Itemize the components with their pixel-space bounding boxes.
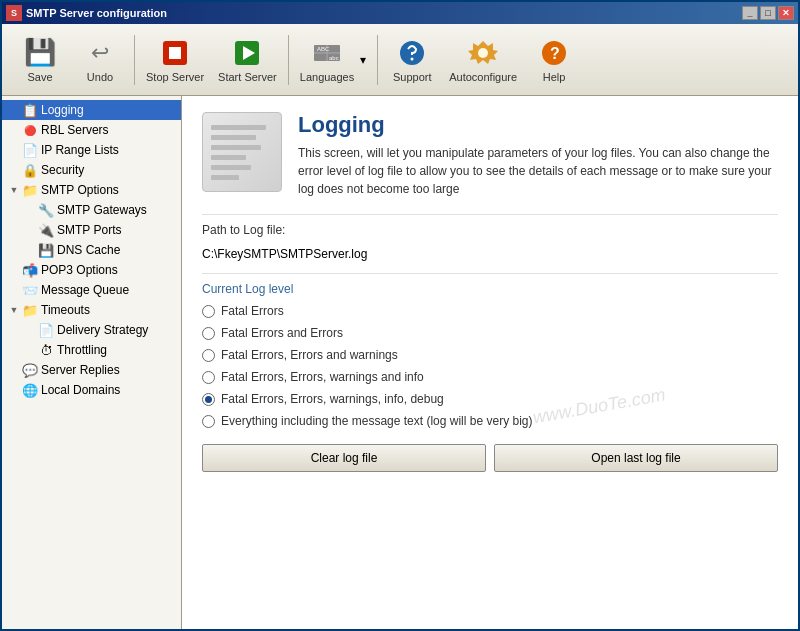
sidebar-item-delivery-strategy[interactable]: 📄 Delivery Strategy [2,320,181,340]
sidebar-delivery-label: Delivery Strategy [57,323,148,337]
radio-everything-circle [202,415,215,428]
svg-rect-1 [169,47,181,59]
delivery-expander [22,322,38,338]
sidebar-item-smtp-gateways[interactable]: 🔧 SMTP Gateways [2,200,181,220]
open-log-button[interactable]: Open last log file [494,444,778,472]
sidebar-throttling-label: Throttling [57,343,107,357]
languages-button[interactable]: ABC abc Languages [293,29,361,91]
action-buttons-row: Clear log file Open last log file [202,444,778,472]
path-row: Path to Log file: [202,214,778,237]
logging-expander [6,102,22,118]
radio-fatal-errors[interactable]: Fatal Errors and Errors [202,326,778,340]
sidebar-item-ip-range[interactable]: 📄 IP Range Lists [2,140,181,160]
sidebar-ports-label: SMTP Ports [57,223,121,237]
sidebar-item-pop3[interactable]: 📬 POP3 Options [2,260,181,280]
sidebar-domains-label: Local Domains [41,383,120,397]
window-controls: _ □ ✕ [742,6,794,20]
save-label: Save [27,71,52,83]
sidebar-item-smtp-options[interactable]: ▼ 📁 SMTP Options [2,180,181,200]
sidebar-item-throttling[interactable]: ⏱ Throttling [2,340,181,360]
undo-button[interactable]: ↩ Undo [70,29,130,91]
radio-group: Fatal Errors Fatal Errors and Errors Fat… [202,304,778,428]
sidebar-dns-label: DNS Cache [57,243,120,257]
log-line-3 [211,145,261,150]
log-level-label: Current Log level [202,282,293,296]
sidebar-ip-label: IP Range Lists [41,143,119,157]
sidebar-item-local-domains[interactable]: 🌐 Local Domains [2,380,181,400]
log-line-2 [211,135,256,140]
main-layout: 📋 Logging 🔴 RBL Servers 📄 IP Range Lists… [2,96,798,631]
pop3-icon: 📬 [22,262,38,278]
stop-server-label: Stop Server [146,71,204,83]
svg-text:?: ? [550,45,560,62]
log-line-4 [211,155,246,160]
minimize-button[interactable]: _ [742,6,758,20]
dns-icon: 💾 [38,242,54,258]
page-title: Logging [298,112,778,138]
gateways-expander [22,202,38,218]
start-server-icon [231,37,263,69]
security-expander [6,162,22,178]
radio-fatal-warnings-label: Fatal Errors, Errors and warnings [221,348,398,362]
logging-icon: 📋 [22,102,38,118]
languages-icon: ABC abc [311,37,343,69]
toolbar-separator-1 [134,35,135,85]
sidebar: 📋 Logging 🔴 RBL Servers 📄 IP Range Lists… [2,96,182,631]
sidebar-item-security[interactable]: 🔒 Security [2,160,181,180]
path-label: Path to Log file: [202,223,285,237]
radio-fatal-debug-circle [202,393,215,406]
svg-text:abc: abc [329,55,339,61]
radio-fatal[interactable]: Fatal Errors [202,304,778,318]
sidebar-item-message-queue[interactable]: 📨 Message Queue [2,280,181,300]
sidebar-replies-label: Server Replies [41,363,120,377]
sidebar-item-server-replies[interactable]: 💬 Server Replies [2,360,181,380]
log-line-5 [211,165,251,170]
undo-icon: ↩ [84,37,116,69]
languages-dropdown-button[interactable]: ▾ [357,29,369,91]
support-button[interactable]: Support [382,29,442,91]
autoconfigure-icon [467,37,499,69]
radio-everything[interactable]: Everything including the message text (l… [202,414,778,428]
sidebar-item-timeouts[interactable]: ▼ 📁 Timeouts [2,300,181,320]
undo-label: Undo [87,71,113,83]
title-bar: S SMTP Server configuration _ □ ✕ [2,2,798,24]
queue-expander [6,282,22,298]
timeouts-expander: ▼ [6,302,22,318]
maximize-button[interactable]: □ [760,6,776,20]
sidebar-item-logging[interactable]: 📋 Logging [2,100,181,120]
domains-icon: 🌐 [22,382,38,398]
help-button[interactable]: ? Help [524,29,584,91]
svg-point-10 [411,57,414,60]
clear-log-button[interactable]: Clear log file [202,444,486,472]
support-icon [396,37,428,69]
app-icon: S [6,5,22,21]
close-button[interactable]: ✕ [778,6,794,20]
radio-fatal-warnings[interactable]: Fatal Errors, Errors and warnings [202,348,778,362]
stop-server-button[interactable]: Stop Server [139,29,211,91]
pop3-expander [6,262,22,278]
log-line-6 [211,175,239,180]
content-title-block: Logging This screen, will let you manipu… [298,112,778,198]
help-label: Help [543,71,566,83]
sidebar-logging-label: Logging [41,103,84,117]
radio-fatal-info-label: Fatal Errors, Errors, warnings and info [221,370,424,384]
save-button[interactable]: 💾 Save [10,29,70,91]
sidebar-smtp-label: SMTP Options [41,183,119,197]
gateways-icon: 🔧 [38,202,54,218]
start-server-label: Start Server [218,71,277,83]
throttling-expander [22,342,38,358]
sidebar-item-dns-cache[interactable]: 💾 DNS Cache [2,240,181,260]
sidebar-item-rbl-servers[interactable]: 🔴 RBL Servers [2,120,181,140]
ports-expander [22,222,38,238]
save-icon: 💾 [24,37,56,69]
delivery-icon: 📄 [38,322,54,338]
help-icon: ? [538,37,570,69]
toolbar: 💾 Save ↩ Undo Stop Server Start Server [2,24,798,96]
autoconfigure-button[interactable]: Autoconfigure [442,29,524,91]
radio-fatal-info-circle [202,371,215,384]
radio-fatal-debug[interactable]: Fatal Errors, Errors, warnings, info, de… [202,392,778,406]
radio-fatal-info[interactable]: Fatal Errors, Errors, warnings and info [202,370,778,384]
sidebar-item-smtp-ports[interactable]: 🔌 SMTP Ports [2,220,181,240]
domains-expander [6,382,22,398]
start-server-button[interactable]: Start Server [211,29,284,91]
